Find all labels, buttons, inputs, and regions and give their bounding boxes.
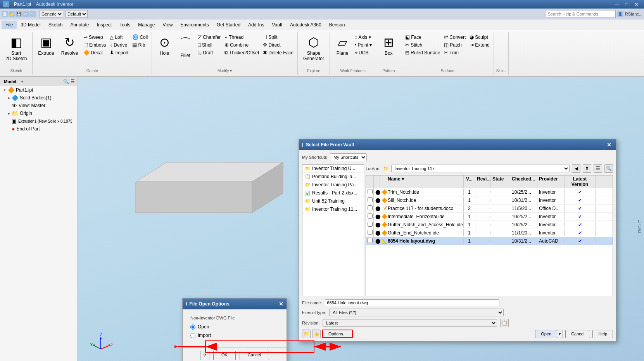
shape-generator-btn[interactable]: ⬡ ShapeGenerator [300, 33, 327, 68]
file-check-0[interactable] [368, 189, 373, 194]
plus-tab[interactable]: + [19, 78, 25, 85]
col-name-header[interactable]: Name ▾ [386, 175, 464, 188]
sweep-btn[interactable]: ⤻Sweep [82, 33, 107, 41]
import-btn[interactable]: ⬇Import [108, 49, 130, 56]
shell-btn[interactable]: □Shell [196, 41, 222, 49]
new-folder-btn[interactable]: 📁 [302, 330, 311, 338]
file-row-2[interactable]: ⬤ 📝 Practice 117 - for students.docx 2 1… [366, 205, 613, 213]
menu-benson[interactable]: Benson [325, 21, 349, 29]
view-details-btn[interactable]: ☰ [594, 164, 602, 173]
combine-btn[interactable]: ⊕Combine [223, 41, 261, 49]
emboss-btn[interactable]: ⬚Emboss [82, 41, 107, 49]
delete-face-btn[interactable]: ✖Delete Face [261, 49, 295, 56]
col-v-header[interactable]: V... [464, 175, 475, 188]
file-row-6[interactable]: ⬤ 📐 6854 Hole layout.dwg 1 10/31/2... Au… [366, 237, 613, 245]
nav-back-btn[interactable]: ◀ [572, 164, 580, 173]
options-cancel-btn[interactable]: Cancel [240, 351, 269, 360]
model-tab[interactable]: Model [2, 78, 18, 85]
new-btn[interactable]: 📄 [2, 11, 8, 17]
box-btn[interactable]: ⊞ Box [378, 33, 399, 68]
convert-btn[interactable]: ⇄Convert [442, 33, 467, 41]
menu-view[interactable]: View [159, 21, 177, 29]
patch-btn[interactable]: ◫Patch [442, 41, 467, 49]
tree-item-part1[interactable]: ▼ 🔶 Part1.ipt [0, 86, 77, 94]
menu-3dmodel[interactable]: 3D Model [17, 21, 44, 29]
file-row-3[interactable]: ⬤ 🔶 Intermediate_Horizontal.ide 1 10/25/… [366, 213, 613, 221]
vault-close-btn[interactable]: ✕ [605, 142, 613, 148]
file-row-5[interactable]: ⬤ 🔶 Gutter_End_Notched.ide 1 11/1/20... … [366, 229, 613, 237]
menu-environments[interactable]: Environments [176, 21, 212, 29]
tree-item-solid-bodies[interactable]: ▶ 🔷 Solid Bodies(1) [0, 94, 77, 102]
plane-btn[interactable]: ▱ Plane [332, 33, 352, 68]
pointer-btn[interactable]: 👆 [312, 330, 321, 338]
import-radio[interactable] [190, 333, 195, 338]
tree-item-extrusion1[interactable]: ▶ ▣ Extrusion1 (New Solid x 0.1875 [0, 117, 77, 125]
menu-a360[interactable]: Autodesk A360 [286, 21, 325, 29]
file-check-5[interactable] [368, 230, 373, 235]
nav-up-btn[interactable]: ⬆ [583, 164, 591, 173]
open-btn[interactable]: Open [535, 330, 557, 338]
shortcuts-select[interactable]: My Shortcuts [330, 153, 367, 161]
shortcut-inv-training-u[interactable]: 📁 Inventor Training U... [302, 165, 364, 173]
axis-btn[interactable]: ↕Axis ▾ [353, 33, 373, 41]
draft-btn[interactable]: ◺Draft [196, 49, 222, 56]
project-selector[interactable]: Default [66, 10, 88, 18]
direct-btn[interactable]: ✥Direct [261, 41, 295, 49]
file-check-4[interactable] [368, 222, 373, 227]
shortcut-inv-training-11[interactable]: 📁 Inventor Training 11... [302, 205, 364, 213]
thicken-btn[interactable]: ⧉Thicken/Offset [223, 49, 261, 57]
thread-btn[interactable]: ⌁Thread [223, 33, 261, 41]
extend-btn[interactable]: ⇥Extend [468, 41, 491, 49]
search-icon[interactable]: 🔍 [63, 79, 69, 84]
revision-select[interactable]: Latest [323, 319, 497, 327]
cancel-btn[interactable]: Cancel [565, 330, 590, 338]
menu-getstarted[interactable]: Get Started [213, 21, 244, 29]
shortcut-inv-training-pa[interactable]: 📁 Inventor Training Pa... [302, 181, 364, 189]
menu-file[interactable]: File [2, 21, 17, 29]
workspace-selector[interactable]: Generic [40, 10, 63, 18]
menu-annotate[interactable]: Annotate [66, 21, 93, 29]
file-row-4[interactable]: ⬤ 🔶 Gutter_Notch_and_Access_Hole.ide 1 1… [366, 221, 613, 229]
file-row-1[interactable]: ⬤ 🔶 Sill_Notch.ide 1 10/31/2... Inventor… [366, 196, 613, 205]
open-radio[interactable] [190, 325, 195, 330]
tree-item-view-master[interactable]: ▶ 👁 View: Master [0, 102, 77, 109]
ruled-surface-btn[interactable]: ⊟Ruled Surface [404, 49, 442, 56]
col-checked-header[interactable]: Checked... [510, 175, 537, 188]
derive-btn[interactable]: ⤵Derive [108, 41, 130, 49]
shortcut-portland[interactable]: 📋 Portland Building.ia... [302, 173, 364, 181]
trim-btn[interactable]: ✂Trim [442, 49, 467, 56]
redo-btn[interactable]: ↪ [29, 11, 36, 17]
filetype-select[interactable]: All Files (*.*) [329, 309, 504, 316]
menu-vault[interactable]: Vault [268, 21, 286, 29]
viewport[interactable]: X Y Z RIGHT I Select File From Vault ✕ [78, 77, 644, 361]
options-ok-btn[interactable]: OK [213, 351, 236, 360]
revolve-btn[interactable]: ↻ Revolve [58, 33, 81, 68]
menu-manage[interactable]: Manage [134, 21, 159, 29]
tree-item-origin[interactable]: ▶ 📁 Origin [0, 109, 77, 117]
menu-sketch[interactable]: Sketch [45, 21, 67, 29]
stitch-btn[interactable]: ✂Stitch [404, 41, 442, 49]
decal-btn[interactable]: 🔶Decal [82, 49, 107, 56]
extrude-btn[interactable]: ▣ Extrude [35, 33, 57, 68]
open-radio-label[interactable]: Open [198, 324, 209, 330]
options-close-btn[interactable]: ✕ [279, 301, 283, 307]
file-row-0[interactable]: ⬤ 🔶 Trim_Notch.ide 1 10/25/2... Inventor… [366, 188, 613, 196]
menu-tools[interactable]: Tools [116, 21, 134, 29]
shortcut-unit52[interactable]: 📁 Unit 52 Training [302, 197, 364, 205]
rib-btn[interactable]: ▤Rib [131, 41, 149, 49]
help-search-input[interactable] [546, 10, 616, 18]
options-help-btn[interactable]: ? [200, 351, 209, 360]
chamfer-btn[interactable]: ◸Chamfer [196, 33, 222, 41]
hole-btn[interactable]: ⊙ Hole [154, 33, 174, 68]
menu-icon[interactable]: ☰ [71, 79, 75, 84]
shortcut-results-part2[interactable]: 📊 Results - Part 2.xlsx... [302, 189, 364, 197]
point-btn[interactable]: •Point ▾ [353, 41, 373, 49]
file-check-3[interactable] [368, 213, 373, 219]
col-revi-header[interactable]: Revi... [475, 175, 491, 188]
minimize-btn[interactable]: ─ [613, 2, 621, 7]
help-btn[interactable]: Help [592, 330, 613, 338]
filename-input[interactable] [325, 299, 499, 306]
menu-addins[interactable]: Add-Ins [244, 21, 268, 29]
menu-inspect[interactable]: Inspect [93, 21, 116, 29]
open-btn[interactable]: 📂 [9, 11, 15, 17]
